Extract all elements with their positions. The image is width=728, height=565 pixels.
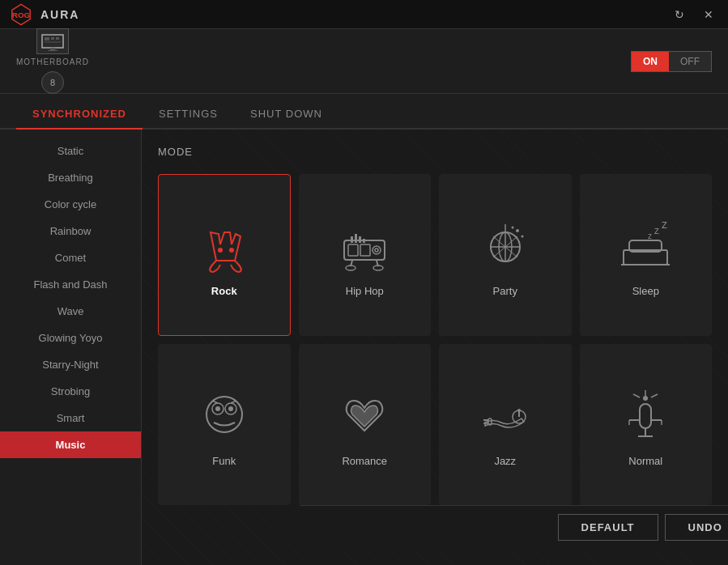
sidebar-item-comet[interactable]: Comet <box>0 244 141 271</box>
svg-rect-12 <box>348 244 358 256</box>
window-controls: ↻ ✕ <box>670 6 718 23</box>
sidebar-item-flash-and-dash[interactable]: Flash and Dash <box>0 271 141 298</box>
hip-hop-label: Hip Hop <box>346 285 384 297</box>
tab-settings[interactable]: SETTINGS <box>143 100 234 128</box>
sidebar-item-breathing[interactable]: Breathing <box>0 164 141 191</box>
mode-funk[interactable]: Funk <box>158 344 291 506</box>
svg-line-59 <box>633 394 640 397</box>
sidebar-item-wave[interactable]: Wave <box>0 298 141 325</box>
mode-romance[interactable]: Romance <box>299 344 432 506</box>
svg-point-10 <box>229 248 234 253</box>
title-bar-left: ROG AURA <box>10 3 79 26</box>
party-label: Party <box>493 285 517 297</box>
sidebar-item-static[interactable]: Static <box>0 138 141 164</box>
svg-rect-4 <box>51 37 54 40</box>
svg-rect-51 <box>640 404 651 428</box>
main-layout: Static Breathing Color cycle Rainbow Com… <box>0 130 728 565</box>
app-title: AURA <box>40 8 79 21</box>
svg-point-50 <box>517 409 521 412</box>
svg-point-9 <box>218 248 223 253</box>
svg-text:z: z <box>662 218 667 231</box>
toggle-on-button[interactable]: ON <box>632 52 669 71</box>
rog-logo-icon: ROG <box>10 3 32 26</box>
power-toggle[interactable]: ON OFF <box>631 51 712 72</box>
svg-point-15 <box>375 249 378 252</box>
sidebar-item-smart[interactable]: Smart <box>0 405 141 431</box>
romance-icon <box>332 382 397 447</box>
mode-hip-hop[interactable]: Hip Hop <box>299 174 432 336</box>
sidebar-item-strobing[interactable]: Strobing <box>0 378 141 405</box>
mode-label: MODE <box>158 146 712 158</box>
svg-point-42 <box>228 406 233 411</box>
svg-rect-16 <box>351 236 353 243</box>
default-button[interactable]: DEFAULT <box>558 514 658 541</box>
sleep-label: Sleep <box>632 285 659 297</box>
toggle-off-button[interactable]: OFF <box>669 52 711 71</box>
jazz-icon <box>473 382 538 447</box>
title-bar: ROG AURA ↻ ✕ <box>0 0 728 29</box>
funk-label: Funk <box>212 455 236 467</box>
svg-rect-8 <box>48 50 57 51</box>
svg-rect-13 <box>360 244 370 256</box>
romance-label: Romance <box>342 455 387 467</box>
svg-text:z: z <box>654 225 659 236</box>
svg-rect-19 <box>363 239 365 243</box>
device-label: MOTHERBOARD <box>16 57 89 66</box>
svg-line-43 <box>212 401 218 403</box>
bottom-bar: DEFAULT UNDO APPLY <box>300 505 728 549</box>
device-item[interactable]: MOTHERBOARD 8 <box>16 28 89 94</box>
mode-jazz[interactable]: Jazz <box>439 344 572 506</box>
svg-rect-7 <box>50 48 55 50</box>
svg-text:z: z <box>648 232 652 240</box>
svg-point-29 <box>521 236 523 238</box>
device-number: 8 <box>41 71 64 94</box>
svg-rect-17 <box>355 234 357 243</box>
svg-line-60 <box>651 394 658 397</box>
rock-icon <box>192 212 257 277</box>
svg-point-41 <box>215 406 220 411</box>
svg-line-44 <box>231 401 236 403</box>
svg-point-30 <box>511 227 513 229</box>
funk-icon <box>192 382 257 447</box>
device-icon <box>36 28 69 54</box>
sidebar-item-color-cycle[interactable]: Color cycle <box>0 191 141 218</box>
hip-hop-icon <box>332 212 397 277</box>
sidebar-item-rainbow[interactable]: Rainbow <box>0 218 141 244</box>
rock-label: Rock <box>211 285 237 297</box>
normal-icon <box>613 382 678 447</box>
svg-point-58 <box>643 396 648 401</box>
music-modes-grid: Rock <box>158 174 712 505</box>
svg-rect-2 <box>42 35 63 48</box>
refresh-button[interactable]: ↻ <box>670 6 689 23</box>
undo-button[interactable]: UNDO <box>665 514 728 541</box>
svg-rect-5 <box>56 37 59 40</box>
sidebar-item-starry-night[interactable]: Starry-Night <box>0 351 141 378</box>
svg-point-14 <box>373 246 381 254</box>
sleep-icon: z z z <box>613 212 678 277</box>
party-icon <box>473 212 538 277</box>
sidebar-item-music[interactable]: Music <box>0 431 141 458</box>
jazz-label: Jazz <box>494 455 516 467</box>
tab-bar: SYNCHRONIZED SETTINGS SHUT DOWN <box>0 94 728 130</box>
svg-rect-3 <box>45 37 49 40</box>
content-area: MODE Rock <box>142 130 728 565</box>
svg-point-38 <box>206 397 242 432</box>
mode-rock[interactable]: Rock <box>158 174 291 336</box>
close-button[interactable]: ✕ <box>699 6 718 23</box>
mode-sleep[interactable]: z z z Sleep <box>580 174 713 336</box>
svg-rect-18 <box>359 236 361 243</box>
device-bar: MOTHERBOARD 8 ON OFF <box>0 29 728 94</box>
tab-shutdown[interactable]: SHUT DOWN <box>234 100 338 128</box>
mode-normal[interactable]: Normal <box>580 344 713 506</box>
sidebar-item-glowing-yoyo[interactable]: Glowing Yoyo <box>0 325 141 351</box>
svg-text:ROG: ROG <box>12 11 31 19</box>
svg-point-28 <box>516 229 519 232</box>
normal-label: Normal <box>628 455 662 467</box>
sidebar: Static Breathing Color cycle Rainbow Com… <box>0 130 142 565</box>
mode-party[interactable]: Party <box>439 174 572 336</box>
tab-synchronized[interactable]: SYNCHRONIZED <box>16 100 143 130</box>
